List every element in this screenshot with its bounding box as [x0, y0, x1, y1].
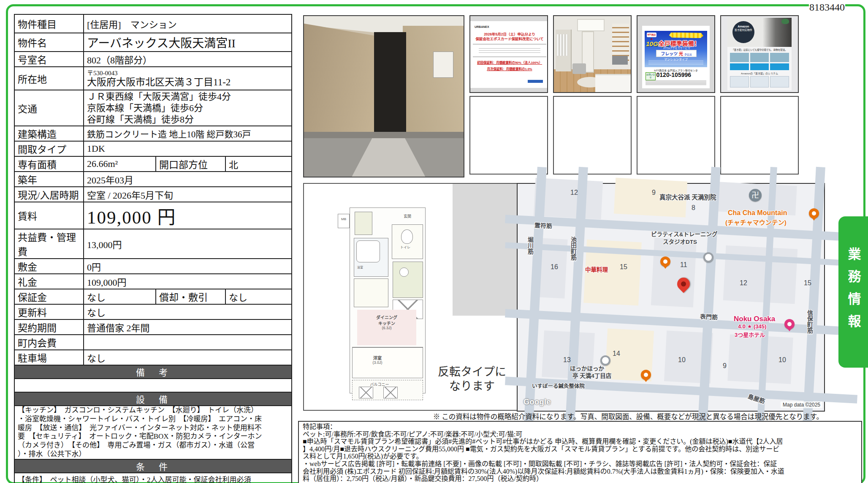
system-heading: Amazonの「置き配」のシステム	[727, 71, 792, 75]
row-value: 26.66m²	[84, 156, 156, 172]
block-number: 16	[551, 263, 558, 271]
kitchen-counter	[393, 262, 423, 298]
contact-badge: お問い合せ	[646, 72, 656, 81]
street-label: 池田町筋	[569, 237, 578, 260]
letterbox	[470, 16, 547, 21]
block-number: 14	[613, 350, 620, 357]
rent-amount: 109,000 円	[84, 202, 292, 229]
block-number: 9	[723, 362, 727, 370]
google-map: 霊符筋 堀川筋 池田町筋 表門筋 信保町筋 島屋筋 12 9 8 16 15 1…	[517, 183, 825, 412]
bath-label: 浴室	[357, 265, 363, 269]
row-value: 鉄筋コンクリート造 地上10階 総戸数36戸	[84, 126, 292, 141]
table-row: 間取タイプ 1DK	[14, 141, 292, 156]
table-row: 所在地 〒530-0043 大阪府大阪市北区天満３丁目11-2	[14, 67, 292, 90]
photo-clothes	[557, 34, 567, 55]
tokki-line: 】4,400円/月■退去時ハウスクリーニング費用55,000円 ■電気・ガス契約…	[303, 445, 857, 453]
row-value: 北	[225, 156, 292, 172]
table-row: 賃料 109,000 円	[14, 202, 292, 229]
table-row: 築年 2025年03月	[14, 172, 292, 187]
letterbox	[470, 88, 547, 92]
row-label: 町内会費	[14, 335, 84, 350]
tokki-line: ・webサービス広告掲載 [許可]・転載事前連絡 [不要]・画像の転載 [不可]…	[303, 460, 857, 468]
main-photo-building-entrance	[303, 15, 464, 177]
setsubi-text: 【キッチン】 ガスコンロ・システムキッチン 【水廻り】 トイレ（水洗） ・浴室乾…	[14, 406, 292, 459]
block-number: 12	[740, 279, 747, 287]
table-row: 【条件】 ペット相談（小型犬、猫可）・2人入居可能・保証会社利用必須	[14, 473, 292, 483]
plant-icon	[781, 19, 789, 24]
tokki-line: 料（居住用）：2,750円（税込/月額）・新品鍵交換費用：27,500円（税込/…	[303, 475, 857, 483]
transit-cell: ＪＲ東西線「大阪天満宮」徒歩4分 京阪本線「天満橋」徒歩6分 谷町線「天満橋」徒…	[84, 90, 292, 126]
dk-label2: キッチン	[357, 320, 416, 326]
toilet-bowl	[401, 229, 413, 244]
toilet-label: トイレ	[400, 245, 410, 249]
restaurant-pin-icon	[660, 257, 670, 267]
street-label: 信保町筋	[806, 310, 814, 333]
table-row: 物件名 アーバネックス大阪天満宮II	[14, 33, 292, 52]
block-number: 8	[692, 204, 695, 212]
photo-bed	[595, 74, 631, 92]
table-row: 【キッチン】 ガスコンロ・システムキッチン 【水廻り】 トイレ（水洗） ・浴室乾…	[14, 406, 292, 459]
doc-body-lines	[479, 47, 540, 53]
divider	[473, 44, 546, 44]
photo-wall	[304, 16, 377, 141]
thumbnail-notice-document: URBANEX 2026年5月2日（土）申込分より 保証会社エポスカード保証料改…	[469, 15, 548, 93]
table-row: 保証金 なし 償却・敷引 なし	[14, 289, 292, 304]
table-row: 現況/入居時期 空室 / 2026年5月下旬	[14, 187, 292, 202]
row-label: 礼金	[14, 274, 84, 289]
row-value	[84, 335, 292, 350]
photo-desk	[612, 56, 627, 65]
property-table: 物件種目 [住居用] マンション 物件名 アーバネックス大阪天満宮II 号室名 …	[14, 14, 292, 483]
washroom	[354, 278, 388, 307]
thumbnail-interior-photo	[553, 15, 632, 93]
row-label: 号室名	[14, 52, 84, 67]
table-row: 契約期間 普通借家 2年間	[14, 319, 292, 335]
special-notes-box: 特記事項： ペット:可/事務所:不可/飲食店:不可/ピアノ:不可/楽器:不可/小…	[298, 421, 862, 483]
empty-photo-slot	[720, 96, 799, 175]
row-label: 現況/入居時期	[14, 187, 84, 202]
doc-footer-logo	[528, 80, 543, 83]
row-label: 築年	[14, 172, 84, 187]
reference-number: 8183440	[809, 0, 845, 14]
block-number: 10	[778, 356, 786, 364]
sink	[399, 267, 409, 277]
block-number: 15	[620, 263, 627, 271]
table-row: 更新料 なし	[14, 304, 292, 319]
table-row: 共益費・管理費 13,000円	[14, 229, 292, 259]
tokki-line: ス料として月1,650円(税込)が必要です。	[303, 453, 857, 460]
urbanex-logo: URBANEX	[475, 25, 489, 28]
table-row: 駐車場 なし	[14, 350, 292, 365]
setsubi-line: （カメラ付き） 【その他】 専用ごみ置場・ガス（都市ガス）・水道（公営	[18, 441, 288, 450]
empty-photo-slot	[469, 96, 548, 175]
floorplan-gray-area	[453, 184, 527, 316]
flyer-page: Amazon 置き配対応物件 「置き配」は家にいても留守の間でも、荷物を配達。 …	[727, 18, 792, 91]
poi-hotel-name: Noku Osaka	[734, 315, 775, 323]
hikari-label: 光	[679, 52, 683, 56]
table-row: 礼金 109,000円	[14, 274, 292, 289]
room-size-label: (3.0J)	[352, 360, 403, 365]
flets-hikari-logo: フレッツ 光 クロス	[656, 50, 697, 57]
balcony-unit	[383, 387, 398, 398]
starburst-banner	[669, 33, 703, 38]
block-number: 12	[570, 189, 578, 196]
poi-hokka2: 亭 天満4丁目店	[572, 371, 611, 379]
row-value: 109,000円	[84, 274, 292, 289]
balcony-unit	[359, 387, 373, 398]
row-value: 13,000円	[84, 229, 292, 259]
flyer-caption: 「置き配」は家にいても留守の間でも、荷物を配達。	[727, 48, 792, 52]
mb-box	[338, 214, 350, 228]
photo-signboard	[433, 52, 453, 78]
side-tab-label: 業務情報	[844, 247, 863, 337]
genkan-label: 玄関	[397, 213, 418, 219]
divider	[473, 57, 546, 57]
table-row	[14, 379, 292, 392]
block-number: 15	[804, 279, 811, 287]
row-label: 契約期間	[14, 319, 84, 335]
table-row: 専有面積 26.66m² 開口部方位 北	[14, 156, 292, 172]
photo-entrance-corridor	[374, 32, 406, 141]
row-value: 空室 / 2026年5月下旬	[84, 187, 292, 202]
row-label: 駐車場	[14, 350, 84, 365]
flyer-page: NTT西日本 10Gbps 全戸標準装備！ FTTHアクセスサービス フレッツ …	[642, 26, 710, 88]
row-label: 敷金	[14, 259, 84, 274]
section-header-joken: 条 件	[14, 459, 292, 473]
row-label: 開口部方位	[156, 156, 225, 172]
